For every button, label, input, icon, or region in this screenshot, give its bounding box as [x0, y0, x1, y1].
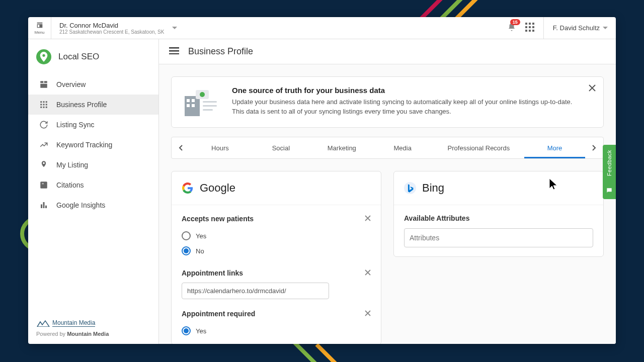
attr-title: Accepts new patients: [182, 215, 254, 223]
radio-label: No: [196, 247, 204, 255]
attr-title: Appointment links: [182, 269, 243, 277]
nav-label: Google Insights: [56, 201, 105, 209]
nav-label: Overview: [56, 80, 86, 88]
chevron-down-icon: [172, 27, 177, 30]
svg-rect-25: [45, 206, 47, 208]
attributes-input[interactable]: [404, 228, 593, 247]
info-banner: One source of truth for your business da…: [171, 76, 604, 128]
svg-rect-17: [46, 104, 47, 106]
hamburger-icon: [169, 47, 179, 54]
tab-hours[interactable]: Hours: [190, 138, 251, 158]
radio-yes[interactable]: Yes: [182, 323, 371, 335]
radio-icon-checked: [182, 246, 191, 255]
radio-label: Yes: [196, 232, 206, 240]
chevron-right-icon: [592, 145, 596, 151]
svg-text:": ": [42, 182, 44, 188]
svg-rect-20: [46, 107, 47, 108]
user-menu[interactable]: F. David Schultz: [543, 17, 608, 39]
close-icon: [588, 84, 596, 92]
chat-icon: [606, 187, 613, 194]
nav: Overview Business Profile Listing Sync K…: [28, 74, 158, 312]
radio-icon-checked: [182, 326, 191, 335]
svg-rect-24: [43, 202, 45, 208]
page-header: Business Profile: [159, 39, 616, 64]
banner-body: Update your business data here and activ…: [232, 98, 579, 117]
tabs-row: Hours Social Marketing Media Professiona…: [171, 137, 604, 159]
nav-label: My Listing: [56, 161, 88, 169]
account-selector[interactable]: Dr. Connor McDavid 212 Saskatchewan Cres…: [51, 22, 507, 35]
tab-more[interactable]: More: [524, 138, 585, 158]
sidebar-footer: Mountain Media Powered by Mountain Media: [28, 312, 158, 344]
radio-no[interactable]: No: [182, 243, 371, 258]
apps-grid-icon: [525, 23, 534, 32]
notification-badge: 15: [510, 19, 520, 25]
available-attrs-label: Available Attributes: [404, 214, 593, 222]
appointment-link-input[interactable]: [182, 283, 329, 299]
menu-button[interactable]: Menu: [28, 17, 51, 39]
google-card: Google Accepts new patients Yes: [171, 171, 381, 344]
nav-business-profile[interactable]: Business Profile: [28, 95, 158, 115]
tab-media[interactable]: Media: [372, 138, 433, 158]
svg-rect-38: [203, 109, 213, 111]
svg-rect-0: [525, 23, 527, 25]
sidebar: Local SEO Overview Business Profile List…: [28, 39, 159, 344]
storefront-icon: [35, 21, 44, 29]
svg-rect-4: [529, 26, 531, 28]
svg-rect-7: [529, 30, 531, 32]
attr-appointment-links: Appointment links: [182, 268, 371, 299]
mountain-media-logo: Mountain Media: [36, 319, 150, 327]
radio-yes[interactable]: Yes: [182, 228, 371, 243]
apps-button[interactable]: [525, 23, 534, 34]
svg-rect-2: [532, 23, 534, 25]
nav-my-listing[interactable]: My Listing: [28, 155, 158, 175]
attr-remove-button[interactable]: [365, 309, 371, 318]
hamburger-button[interactable]: [169, 47, 179, 56]
svg-rect-36: [203, 101, 217, 103]
svg-rect-32: [187, 104, 190, 107]
banner-title: One source of truth for your business da…: [232, 86, 579, 95]
menu-label: Menu: [34, 30, 44, 35]
svg-rect-6: [525, 30, 527, 32]
svg-rect-11: [40, 84, 47, 88]
brand-icon: [36, 49, 51, 64]
attr-remove-button[interactable]: [365, 268, 371, 278]
nav-citations[interactable]: "Citations: [28, 175, 158, 195]
google-card-title: Google: [200, 182, 235, 195]
attr-remove-button[interactable]: [365, 214, 371, 223]
banner-close-button[interactable]: [588, 84, 596, 94]
svg-rect-33: [192, 104, 195, 107]
svg-rect-18: [40, 107, 42, 108]
tabs-prev-button[interactable]: [172, 145, 190, 151]
chevron-left-icon: [179, 145, 183, 151]
feedback-label: Feedback: [606, 150, 612, 176]
tab-social[interactable]: Social: [251, 138, 311, 158]
svg-rect-21: [40, 182, 47, 189]
close-icon: [365, 215, 371, 221]
svg-rect-31: [192, 99, 195, 102]
svg-rect-8: [532, 30, 534, 32]
svg-rect-1: [529, 23, 531, 25]
nav-overview[interactable]: Overview: [28, 74, 158, 95]
brand-title: Local SEO: [58, 52, 99, 62]
main: Business Profile One source of truth for…: [159, 39, 616, 344]
bing-card: Bing Available Attributes: [393, 171, 604, 257]
svg-rect-12: [40, 101, 42, 103]
radio-icon: [182, 231, 191, 240]
brand: Local SEO: [28, 39, 158, 74]
feedback-button[interactable]: Feedback: [603, 145, 616, 199]
nav-keyword-tracking[interactable]: Keyword Tracking: [28, 135, 158, 155]
tab-professional-records[interactable]: Professional Records: [433, 138, 524, 158]
svg-rect-26: [169, 47, 179, 49]
tabs-next-button[interactable]: [585, 145, 603, 151]
nav-google-insights[interactable]: Google Insights: [28, 195, 158, 215]
svg-rect-14: [46, 101, 47, 103]
app-window: Menu Dr. Connor McDavid 212 Saskatchewan…: [28, 17, 616, 344]
attr-title: Appointment required: [182, 310, 255, 318]
notifications-button[interactable]: 15: [507, 22, 516, 34]
tab-marketing[interactable]: Marketing: [311, 138, 372, 158]
svg-point-35: [200, 92, 205, 97]
banner-illustration: [182, 86, 220, 118]
svg-rect-10: [44, 81, 47, 83]
nav-listing-sync[interactable]: Listing Sync: [28, 115, 158, 135]
doctor-address: 212 Saskatchewan Crescent E, Saskatoon, …: [59, 29, 164, 35]
